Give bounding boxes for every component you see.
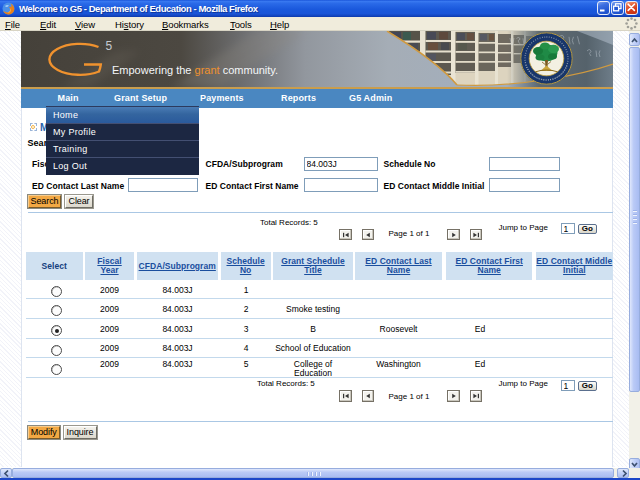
svg-text:5: 5 [106,39,113,53]
svg-text:Empowering the grant community: Empowering the grant community. [112,64,278,76]
